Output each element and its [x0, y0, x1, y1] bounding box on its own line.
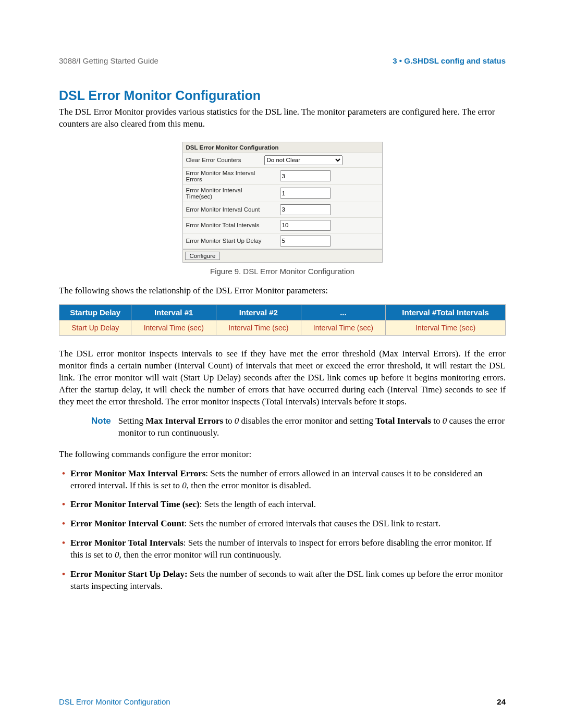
bullet-item: Error Monitor Start Up Delay: Sets the n…	[59, 569, 506, 593]
intro-paragraph: The DSL Error Monitor provides various s…	[59, 106, 506, 130]
interval-time-input[interactable]	[280, 188, 331, 199]
config-row-interval-time: Error Monitor Interval Time(sec)	[183, 185, 382, 202]
section-title: DSL Error Monitor Configuration	[59, 88, 506, 103]
commands-intro: The following commands configure the err…	[59, 449, 506, 461]
note-text: Setting Max Interval Errors to 0 disable…	[118, 415, 506, 439]
page-number: 24	[497, 697, 506, 706]
note-block: Note Setting Max Interval Errors to 0 di…	[91, 415, 506, 439]
interval-cell: Interval Time (sec)	[216, 320, 301, 336]
bullet-item: Error Monitor Total Intervals: Sets the …	[59, 537, 506, 561]
footer-left: DSL Error Monitor Configuration	[59, 697, 170, 706]
interval-cell: Interval Time (sec)	[386, 320, 506, 336]
interval-cell: Interval Time (sec)	[131, 320, 216, 336]
config-button-row: Configure	[183, 249, 382, 262]
config-label: Error Monitor Interval Time(sec)	[186, 187, 264, 200]
note-label: Note	[91, 415, 111, 439]
config-label: Error Monitor Max Interval Errors	[186, 170, 264, 182]
running-header: 3088/I Getting Started Guide 3 • G.SHDSL…	[59, 56, 506, 65]
relation-intro: The following shows the relationship of …	[59, 285, 506, 297]
max-interval-errors-input[interactable]	[280, 170, 331, 181]
header-left: 3088/I Getting Started Guide	[59, 56, 158, 65]
config-label: Error Monitor Interval Count	[186, 206, 264, 213]
header-right: 3 • G.SHDSL config and status	[393, 56, 506, 65]
interval-header: ...	[301, 304, 386, 320]
bullet-item: Error Monitor Max Interval Errors: Sets …	[59, 468, 506, 492]
interval-header: Interval #2	[216, 304, 301, 320]
configure-button[interactable]: Configure	[185, 252, 221, 260]
document-page: 3088/I Getting Started Guide 3 • G.SHDSL…	[0, 0, 563, 728]
interval-header: Interval #1	[131, 304, 216, 320]
bullet-list: Error Monitor Max Interval Errors: Sets …	[59, 468, 506, 593]
config-row-total-intervals: Error Monitor Total Intervals	[183, 218, 382, 233]
interval-header: Interval #Total Intervals	[386, 304, 506, 320]
bullet-item: Error Monitor Interval Time (sec): Sets …	[59, 499, 506, 511]
total-intervals-input[interactable]	[280, 220, 331, 231]
config-label: Error Monitor Start Up Delay	[186, 238, 264, 244]
figure-caption: Figure 9. DSL Error Monitor Configuratio…	[59, 267, 506, 276]
clear-error-counters-select[interactable]: Do not Clear	[264, 155, 342, 165]
interval-table: Startup Delay Interval #1 Interval #2 ..…	[59, 304, 506, 336]
startup-delay-input[interactable]	[280, 236, 331, 246]
config-row-clear-counters: Clear Error Counters Do not Clear	[183, 153, 382, 168]
interval-cell: Interval Time (sec)	[301, 320, 386, 336]
config-panel-title: DSL Error Monitor Configuration	[183, 142, 382, 153]
config-panel: DSL Error Monitor Configuration Clear Er…	[182, 142, 383, 263]
interval-count-input[interactable]	[280, 204, 331, 215]
config-label: Error Monitor Total Intervals	[186, 222, 264, 228]
config-row-interval-count: Error Monitor Interval Count	[183, 202, 382, 218]
config-row-max-interval-errors: Error Monitor Max Interval Errors	[183, 168, 382, 185]
explanation-paragraph: The DSL error monitor inspects intervals…	[59, 348, 506, 408]
running-footer: DSL Error Monitor Configuration 24	[59, 697, 506, 706]
bullet-item: Error Monitor Interval Count: Sets the n…	[59, 518, 506, 530]
config-row-startup-delay: Error Monitor Start Up Delay	[183, 233, 382, 249]
interval-cell: Start Up Delay	[59, 320, 131, 336]
interval-header: Startup Delay	[59, 304, 131, 320]
config-label: Clear Error Counters	[186, 157, 264, 163]
